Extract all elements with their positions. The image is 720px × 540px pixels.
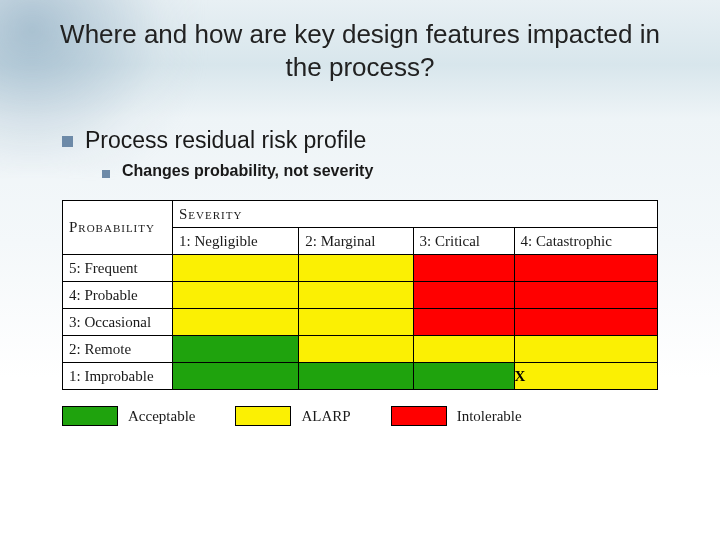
probability-header: Probability (63, 201, 173, 255)
probability-row-header: 4: Probable (63, 282, 173, 309)
matrix-cell (173, 363, 299, 390)
legend-item: Acceptable (62, 406, 195, 426)
slide-title: Where and how are key design features im… (60, 18, 660, 83)
matrix-cell (173, 309, 299, 336)
bullet-level1: Process residual risk profile (62, 127, 684, 154)
matrix-cell (173, 255, 299, 282)
probability-row-header: 1: Improbable (63, 363, 173, 390)
matrix-cell (413, 363, 514, 390)
legend: AcceptableALARPIntolerable (62, 406, 658, 426)
matrix-cell (413, 336, 514, 363)
legend-item: ALARP (235, 406, 350, 426)
probability-row-header: 5: Frequent (63, 255, 173, 282)
risk-matrix-wrap: Probability Severity 1: Negligible2: Mar… (62, 200, 658, 390)
severity-col-header: 2: Marginal (299, 228, 413, 255)
matrix-cell (299, 309, 413, 336)
risk-matrix-table: Probability Severity 1: Negligible2: Mar… (62, 200, 658, 390)
matrix-cell (514, 255, 657, 282)
matrix-row: 2: Remote (63, 336, 658, 363)
matrix-cell (413, 309, 514, 336)
severity-col-header: 3: Critical (413, 228, 514, 255)
slide-body: Where and how are key design features im… (0, 0, 720, 426)
bullet-square-icon (62, 136, 73, 147)
matrix-cell (173, 282, 299, 309)
matrix-cell (413, 282, 514, 309)
matrix-cell (299, 336, 413, 363)
bullet-square-icon (102, 170, 110, 178)
probability-row-header: 3: Occasional (63, 309, 173, 336)
matrix-cell (299, 255, 413, 282)
matrix-cell (173, 336, 299, 363)
bullet-level2: Changes probability, not severity (102, 162, 684, 180)
legend-swatch (391, 406, 447, 426)
matrix-cell (514, 282, 657, 309)
matrix-cell (299, 282, 413, 309)
matrix-cell (413, 255, 514, 282)
severity-header: Severity (173, 201, 658, 228)
bullet-l1-text: Process residual risk profile (85, 127, 366, 154)
probability-row-header: 2: Remote (63, 336, 173, 363)
matrix-row: 5: Frequent (63, 255, 658, 282)
legend-label: Intolerable (457, 408, 522, 425)
legend-swatch (62, 406, 118, 426)
matrix-header-row-1: Probability Severity (63, 201, 658, 228)
legend-swatch (235, 406, 291, 426)
matrix-row: 1: ImprobableX (63, 363, 658, 390)
legend-item: Intolerable (391, 406, 522, 426)
matrix-cell-marked: X (514, 363, 657, 390)
legend-label: Acceptable (128, 408, 195, 425)
matrix-row: 3: Occasional (63, 309, 658, 336)
severity-col-header: 1: Negligible (173, 228, 299, 255)
severity-col-header: 4: Catastrophic (514, 228, 657, 255)
bullet-l2-text: Changes probability, not severity (122, 162, 373, 180)
matrix-cell (514, 309, 657, 336)
legend-label: ALARP (301, 408, 350, 425)
matrix-row: 4: Probable (63, 282, 658, 309)
matrix-cell (299, 363, 413, 390)
matrix-cell (514, 336, 657, 363)
